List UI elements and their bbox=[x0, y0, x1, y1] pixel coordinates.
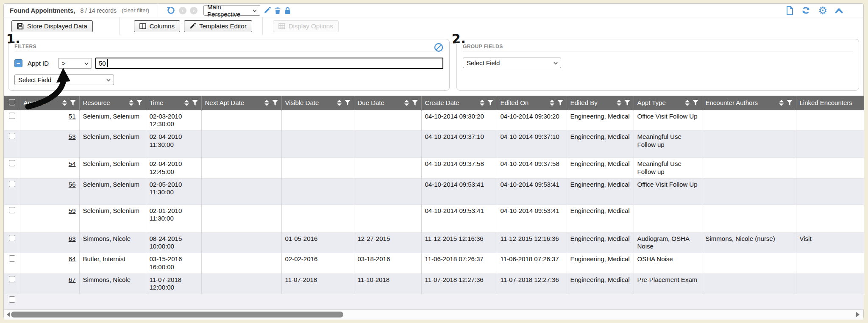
clear-filters-button[interactable] bbox=[434, 43, 443, 52]
scroll-right-arrow-icon[interactable] bbox=[856, 312, 860, 317]
store-displayed-data-button[interactable]: Store Displayed Data bbox=[11, 20, 93, 32]
previous-perspective-button[interactable]: ‹ bbox=[179, 7, 186, 14]
delete-perspective-button[interactable] bbox=[274, 7, 281, 14]
filter-icon[interactable] bbox=[70, 100, 76, 105]
appt-id-link[interactable]: 51 bbox=[69, 113, 76, 120]
collapse-button[interactable] bbox=[835, 8, 843, 14]
filter-icon[interactable] bbox=[557, 100, 563, 105]
main-panel: Found Appointments, 8 / 14 records (clea… bbox=[3, 3, 864, 319]
cell-appt-id: 51 bbox=[20, 110, 79, 131]
columns-label: Columns bbox=[150, 22, 175, 30]
column-header-appt-id[interactable]: Appt ID bbox=[20, 96, 79, 110]
add-filter-field-value: Select Field bbox=[18, 76, 51, 83]
horizontal-scrollbar[interactable] bbox=[4, 309, 863, 320]
next-perspective-button[interactable]: › bbox=[190, 7, 198, 14]
filter-value-input[interactable] bbox=[95, 58, 443, 69]
column-header-label: Edited On bbox=[501, 99, 529, 106]
new-document-button[interactable] bbox=[786, 6, 794, 15]
sort-icon[interactable] bbox=[550, 100, 554, 106]
cell-visible-date: 01-05-2016 bbox=[281, 232, 354, 253]
cell-appt-type: OSHA Noise bbox=[634, 253, 702, 274]
cell-appt-id: 63 bbox=[20, 232, 79, 253]
filter-icon[interactable] bbox=[787, 100, 793, 105]
row-checkbox[interactable] bbox=[9, 113, 15, 119]
refresh-button[interactable] bbox=[801, 6, 810, 15]
column-header-appt-type[interactable]: Appt Type bbox=[634, 96, 702, 110]
appt-id-link[interactable]: 56 bbox=[69, 181, 76, 188]
cell-appt-type: Audiogram, OSHA Noise bbox=[634, 232, 702, 253]
column-header-create-date[interactable]: Create Date bbox=[421, 96, 497, 110]
appt-id-link[interactable]: 67 bbox=[69, 276, 76, 283]
filter-operator-select[interactable]: > bbox=[58, 58, 92, 69]
templates-editor-button[interactable]: Templates Editor bbox=[184, 20, 252, 32]
cell-edited-on: 04-10-2014 09:37:10 bbox=[497, 131, 567, 158]
sort-icon[interactable] bbox=[337, 100, 342, 106]
column-header-edited-on[interactable]: Edited On bbox=[497, 96, 567, 110]
perspective-select[interactable]: Main Perspective bbox=[203, 5, 260, 16]
sort-icon[interactable] bbox=[685, 100, 690, 106]
appt-id-link[interactable]: 53 bbox=[69, 133, 76, 140]
filter-icon[interactable] bbox=[192, 100, 198, 105]
undo-button[interactable] bbox=[167, 6, 175, 15]
display-options-button[interactable]: Display Options bbox=[273, 20, 339, 32]
table-row: 53Selenium, Selenium02-04-2010 11:30:000… bbox=[4, 131, 864, 158]
sort-icon[interactable] bbox=[264, 100, 269, 106]
select-all-checkbox[interactable] bbox=[9, 99, 15, 105]
row-checkbox[interactable] bbox=[9, 276, 15, 282]
filter-icon[interactable] bbox=[272, 100, 278, 105]
scroll-left-arrow-icon[interactable] bbox=[7, 312, 10, 317]
store-displayed-data-label: Store Displayed Data bbox=[27, 22, 87, 30]
sort-icon[interactable] bbox=[129, 100, 134, 106]
sort-icon[interactable] bbox=[404, 100, 409, 106]
row-checkbox[interactable] bbox=[9, 296, 15, 303]
chevron-up-icon bbox=[835, 8, 843, 14]
column-header-encounter-authors[interactable]: Encounter Authors bbox=[702, 96, 796, 110]
sort-icon[interactable] bbox=[184, 100, 189, 106]
cell-resource: Selenium, Selenium bbox=[79, 131, 146, 158]
edit-perspective-button[interactable] bbox=[264, 7, 271, 14]
row-checkbox[interactable] bbox=[9, 133, 15, 139]
appt-id-link[interactable]: 63 bbox=[69, 235, 76, 242]
clear-filter-link[interactable]: (clear filter) bbox=[122, 7, 149, 14]
filter-icon[interactable] bbox=[624, 100, 630, 105]
settings-button[interactable]: ⚙ bbox=[818, 6, 827, 16]
row-checkbox[interactable] bbox=[9, 235, 15, 241]
filter-icon[interactable] bbox=[693, 100, 698, 105]
sort-icon[interactable] bbox=[480, 100, 484, 106]
row-checkbox[interactable] bbox=[9, 160, 15, 166]
scrollbar-thumb[interactable] bbox=[11, 312, 343, 317]
column-header-edited-by[interactable]: Edited By bbox=[567, 96, 634, 110]
column-header-due-date[interactable]: Due Date bbox=[354, 96, 421, 110]
cell-edited-by: Engineering, Medical bbox=[567, 273, 634, 294]
sort-icon[interactable] bbox=[779, 100, 784, 106]
row-checkbox[interactable] bbox=[9, 181, 15, 187]
appt-id-link[interactable]: 54 bbox=[69, 160, 76, 167]
appt-id-link[interactable]: 59 bbox=[69, 207, 76, 214]
filter-icon[interactable] bbox=[345, 100, 351, 105]
lock-perspective-button[interactable] bbox=[284, 7, 291, 14]
group-field-select[interactable]: Select Field bbox=[463, 58, 561, 68]
add-filter-field-select[interactable]: Select Field bbox=[14, 75, 114, 85]
column-header-next-apt-date[interactable]: Next Apt Date bbox=[201, 96, 281, 110]
cell-visible-date bbox=[281, 204, 354, 232]
column-header-resource[interactable]: Resource bbox=[79, 96, 146, 110]
cell-encounter-authors bbox=[702, 178, 796, 204]
remove-filter-button[interactable]: − bbox=[14, 59, 22, 67]
filter-icon[interactable] bbox=[412, 100, 418, 105]
sort-icon[interactable] bbox=[617, 100, 621, 106]
column-header-linked-encounters[interactable]: Linked Encounters bbox=[796, 96, 864, 110]
column-header-visible-date[interactable]: Visible Date bbox=[281, 96, 354, 110]
column-header-time[interactable]: Time bbox=[146, 96, 201, 110]
cell-visible-date bbox=[281, 110, 354, 131]
columns-button[interactable]: Columns bbox=[134, 20, 180, 32]
pencil-icon bbox=[264, 7, 271, 14]
sort-icon[interactable] bbox=[62, 100, 67, 106]
appt-id-link[interactable]: 64 bbox=[69, 255, 76, 262]
table-row: 59Selenium, Selenium02-01-2010 11:30:000… bbox=[4, 204, 864, 232]
filter-icon[interactable] bbox=[136, 100, 142, 105]
row-checkbox[interactable] bbox=[9, 207, 15, 213]
filter-icon[interactable] bbox=[487, 100, 493, 105]
table-row: 56Selenium, Selenium02-05-2010 11:30:000… bbox=[4, 178, 864, 204]
row-checkbox[interactable] bbox=[9, 255, 15, 262]
appointments-table: Appt IDResourceTimeNext Apt DateVisible … bbox=[4, 96, 864, 309]
